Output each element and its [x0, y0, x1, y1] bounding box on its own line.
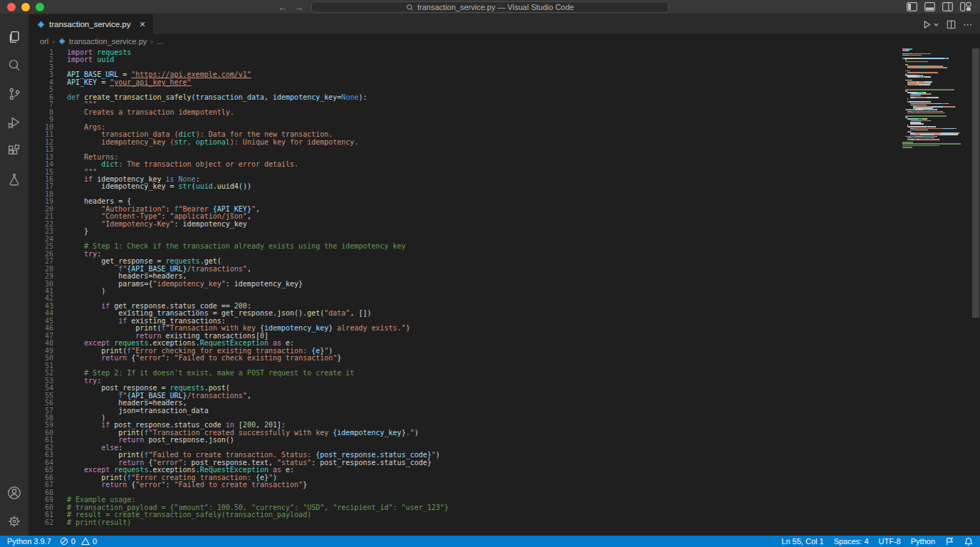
cursor-position[interactable]: Ln 55, Col 1 [781, 537, 823, 546]
tab-transaction-service[interactable]: transaction_service.py ✕ [28, 14, 154, 34]
line-number: 4 [28, 79, 67, 86]
code-line: 41) [28, 288, 902, 295]
settings-gear-icon[interactable] [0, 507, 28, 536]
line-number: 14 [28, 161, 67, 168]
line-number: 7 [28, 101, 67, 108]
maximize-window-button[interactable] [36, 3, 44, 11]
code-line: 52# Step 2: If it doesn't exist, make a … [28, 370, 902, 377]
command-center-title: transaction_service.py — Visual Studio C… [417, 3, 574, 11]
feedback-flag-icon[interactable] [945, 537, 954, 546]
line-number: 2 [28, 56, 67, 63]
code-line: 67return {"error": "Failed to create tra… [28, 481, 902, 489]
line-number: 56 [28, 400, 67, 407]
python-interpreter-status[interactable]: Python 3.9.7 [7, 537, 51, 546]
python-file-icon [58, 38, 66, 45]
breadcrumb: orl › transaction_service.py › ... [28, 34, 980, 48]
extensions-icon[interactable] [0, 137, 28, 165]
toggle-primary-sidebar-icon[interactable] [907, 2, 917, 11]
activity-bar [0, 14, 28, 536]
testing-icon[interactable] [0, 165, 28, 194]
more-actions-icon[interactable]: ⋯ [963, 19, 973, 30]
indentation-status[interactable]: Spaces: 4 [834, 537, 869, 546]
code-line: 68 [28, 489, 902, 496]
code-line: 13 [28, 146, 902, 153]
code-line: 50return {"error": "Failed to check exis… [28, 355, 902, 362]
chevron-right-icon: › [150, 37, 153, 46]
titlebar: ← → transaction_service.py — Visual Stud… [0, 0, 980, 14]
close-tab-icon[interactable]: ✕ [139, 20, 145, 29]
scrollbar-thumb[interactable] [972, 48, 979, 318]
window-controls [7, 3, 44, 11]
breadcrumb-folder[interactable]: orl [40, 37, 48, 46]
chevron-right-icon: › [52, 37, 55, 46]
split-editor-icon[interactable] [947, 20, 956, 29]
line-number: 8 [28, 109, 67, 116]
run-and-debug-icon[interactable] [0, 108, 28, 137]
code-line: 62# print(result) [28, 519, 902, 526]
line-number: 62 [28, 519, 67, 526]
error-circle-icon [60, 537, 68, 546]
code-line: 14dict: The transaction object or error … [28, 161, 902, 168]
line-number: 6 [28, 94, 67, 101]
source-control-icon[interactable] [0, 80, 28, 108]
nav-back-icon[interactable]: ← [278, 2, 287, 13]
breadcrumb-file[interactable]: transaction_service.py [69, 37, 147, 46]
problems-status[interactable]: 0 0 [60, 537, 97, 546]
toggle-secondary-sidebar-icon[interactable] [942, 2, 953, 11]
encoding-status[interactable]: UTF-8 [879, 537, 901, 546]
line-number: 3 [28, 64, 67, 71]
code-line: 9 [28, 116, 902, 123]
code-line: 57json=transaction_data [28, 407, 902, 415]
close-window-button[interactable] [7, 3, 16, 11]
line-number: 1 [28, 49, 67, 56]
code-line: 4API_KEY = "your_api_key_here" [28, 79, 902, 86]
code-line: 1import requests [28, 49, 902, 56]
notifications-bell-icon[interactable] [964, 537, 973, 546]
code-line: 8Creates a transaction idempotently. [28, 109, 902, 116]
search-icon[interactable] [0, 51, 28, 80]
command-center[interactable]: transaction_service.py — Visual Studio C… [311, 1, 669, 13]
code-line: 23} [28, 228, 902, 235]
code-line: 6def create_transaction_safely(transacti… [28, 94, 902, 101]
minimap[interactable] [902, 48, 970, 148]
line-number: 54 [28, 385, 67, 392]
accounts-icon[interactable] [0, 479, 28, 507]
python-file-icon [37, 21, 45, 28]
run-dropdown-chevron-icon[interactable] [933, 21, 939, 28]
status-bar: Python 3.9.7 0 0 Ln 55, Col 1 Spaces: 4 … [0, 536, 980, 547]
line-number: 61 [28, 511, 67, 519]
vertical-scrollbar[interactable] [971, 48, 980, 536]
explorer-icon[interactable] [0, 23, 28, 51]
minimize-window-button[interactable] [21, 3, 30, 11]
line-number: 13 [28, 146, 67, 153]
code-lines[interactable]: 1import requests2import uuid33API_BASE_U… [28, 49, 902, 526]
error-count: 0 [71, 537, 75, 546]
breadcrumb-more[interactable]: ... [157, 37, 163, 46]
line-number: 3 [28, 71, 67, 78]
warning-count: 0 [93, 537, 97, 546]
toggle-panel-icon[interactable] [924, 2, 935, 11]
code-line: 30params={"idempotency_key": idempotency… [28, 281, 902, 288]
tab-bar: transaction_service.py ✕ ⋯ [28, 14, 980, 34]
code-line: 17idempotency_key = str(uuid.uuid4()) [28, 183, 902, 190]
code-line: 61return post_response.json() [28, 437, 902, 444]
code-line: 25# Step 1: Check if the transaction alr… [28, 243, 902, 250]
code-line: 2import uuid [28, 56, 902, 63]
code-line: 18 [28, 191, 902, 198]
customize-layout-icon[interactable] [960, 2, 971, 11]
warning-triangle-icon [81, 537, 90, 546]
code-line: 61# result = create_transaction_safely(t… [28, 511, 902, 519]
search-icon [406, 4, 414, 11]
language-mode[interactable]: Python [911, 537, 935, 546]
line-number: 29 [28, 273, 67, 280]
nav-forward-icon[interactable]: → [294, 2, 303, 13]
run-python-file-button[interactable] [922, 20, 932, 29]
line-number: 5 [28, 86, 67, 93]
code-line: 22"Idempotency-Key": idempotency_key [28, 221, 902, 228]
code-editor[interactable]: 1import requests2import uuid33API_BASE_U… [28, 48, 980, 536]
tab-label: transaction_service.py [49, 20, 130, 28]
code-line: 12idempotency_key (str, optional): Uniqu… [28, 139, 902, 146]
